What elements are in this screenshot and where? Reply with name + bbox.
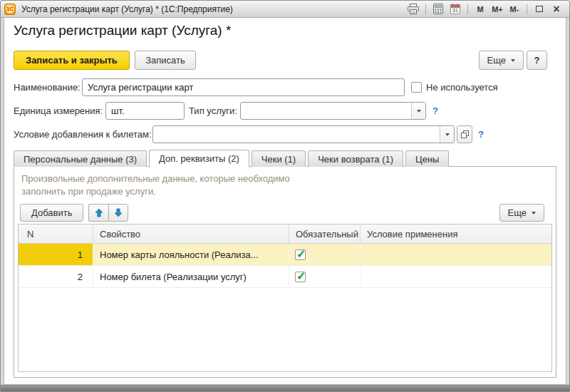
- condition-cell: [361, 266, 551, 287]
- chevron-down-icon: [445, 133, 450, 136]
- titlebar-controls: 31 M M+ M- ×: [405, 2, 569, 16]
- panel-more-label: Еще: [508, 207, 527, 218]
- window-bottom-edge: [1, 385, 569, 391]
- page-title: Услуга регистрации карт (Услуга) *: [14, 23, 231, 38]
- maximize-icon: [536, 6, 543, 12]
- chevron-down-icon: [417, 110, 421, 113]
- panel-more-button[interactable]: Еще: [499, 204, 544, 222]
- calendar-button[interactable]: 31: [447, 2, 463, 16]
- not-used-label: Не используется: [426, 78, 498, 96]
- row-number-cell: 1: [19, 244, 93, 265]
- condition-cell: [361, 244, 551, 265]
- ticket-condition-help-link[interactable]: ?: [478, 125, 484, 143]
- arrow-up-icon: [95, 208, 103, 217]
- form-body: Услуга регистрации карт (Услуга) * Запис…: [4, 18, 566, 385]
- help-button[interactable]: ?: [527, 51, 547, 70]
- service-type-dropdown-button[interactable]: [411, 103, 425, 119]
- tab-additional-attributes[interactable]: Доп. реквизиты (2): [149, 150, 249, 167]
- column-header-property: Свойство: [93, 225, 289, 243]
- titlebar-separator: [527, 4, 527, 14]
- name-input[interactable]: [82, 78, 405, 96]
- ticket-condition-label: Условие добавления к билетам:: [14, 125, 152, 143]
- additional-attributes-panel: Произвольные дополнительные данные, кото…: [14, 166, 556, 378]
- property-cell: Номер билета (Реализации услуг): [93, 266, 289, 287]
- panel-hint: Произвольные дополнительные данные, кото…: [21, 172, 290, 198]
- calculator-button[interactable]: [430, 2, 446, 16]
- property-cell: Номер карты лояльности (Реализа...: [93, 244, 289, 265]
- required-cell: [289, 266, 361, 287]
- close-button[interactable]: ×: [549, 2, 564, 16]
- panel-hint-line2: заполнить при продаже услуги.: [21, 185, 290, 198]
- service-type-help-link[interactable]: ?: [432, 102, 438, 120]
- ticket-condition-dropdown-button[interactable]: [440, 126, 454, 143]
- titlebar-separator: [425, 4, 426, 14]
- table-row[interactable]: 2 Номер билета (Реализации услуг): [19, 266, 551, 288]
- tab-receipts[interactable]: Чеки (1): [252, 150, 306, 167]
- save-button[interactable]: Записать: [135, 51, 196, 70]
- maximize-button[interactable]: [532, 2, 547, 16]
- name-label: Наименование:: [14, 78, 81, 96]
- ticket-condition-combo[interactable]: [152, 125, 455, 143]
- chevron-down-icon: [532, 212, 536, 215]
- memory-m-button[interactable]: M: [472, 2, 488, 16]
- memory-m-plus-button[interactable]: M+: [489, 2, 505, 16]
- close-icon: ×: [553, 4, 559, 15]
- service-type-label: Тип услуги:: [189, 102, 237, 120]
- titlebar-separator: [467, 4, 468, 14]
- more-button[interactable]: Еще: [479, 51, 524, 70]
- more-button-label: Еще: [487, 55, 506, 66]
- add-button[interactable]: Добавить: [20, 204, 83, 222]
- table-header: N Свойство Обязательный Условие применен…: [19, 225, 551, 244]
- chevron-down-icon: [511, 59, 515, 62]
- tab-return-receipts[interactable]: Чеки возврата (1): [308, 150, 403, 167]
- memory-m-minus-button[interactable]: M-: [507, 2, 522, 16]
- required-cell: [289, 244, 361, 265]
- move-buttons-group: [88, 204, 128, 222]
- open-in-window-icon: [461, 130, 469, 138]
- service-type-combo[interactable]: [240, 102, 426, 120]
- 1c-app-icon: 1С: [4, 4, 16, 15]
- unit-input[interactable]: [105, 102, 185, 120]
- arrow-down-icon: [114, 208, 123, 217]
- application-window: 1С Услуга регистрации карт (Услуга) * (1…: [0, 0, 570, 392]
- panel-toolbar: Добавить Еще: [14, 204, 556, 222]
- attributes-table: N Свойство Обязательный Условие применен…: [18, 224, 552, 372]
- panel-hint-line1: Произвольные дополнительные данные, кото…: [21, 172, 290, 185]
- tab-personal-data[interactable]: Персональные данные (3): [14, 150, 147, 167]
- column-header-condition: Условие применения: [361, 225, 551, 243]
- ticket-condition-open-button[interactable]: [457, 125, 472, 143]
- calendar-icon: 31: [450, 4, 460, 14]
- unit-label: Единица измерения:: [14, 102, 103, 120]
- titlebar: 1С Услуга регистрации карт (Услуга) * (1…: [1, 1, 569, 18]
- column-header-required: Обязательный: [289, 225, 361, 243]
- service-type-input[interactable]: [241, 103, 425, 119]
- move-up-button[interactable]: [88, 204, 108, 222]
- row-number-cell: 2: [19, 266, 93, 287]
- required-checkbox[interactable]: [295, 249, 306, 260]
- printer-icon: [407, 4, 420, 14]
- svg-text:31: 31: [452, 8, 458, 13]
- required-checkbox[interactable]: [295, 272, 306, 282]
- print-button[interactable]: [405, 2, 421, 16]
- column-header-n: N: [19, 225, 93, 243]
- tab-prices[interactable]: Цены: [405, 150, 449, 167]
- save-and-close-button[interactable]: Записать и закрыть: [14, 51, 130, 70]
- not-used-checkbox[interactable]: [411, 82, 422, 93]
- calculator-icon: [433, 4, 443, 14]
- table-row[interactable]: 1 Номер карты лояльности (Реализа...: [19, 244, 551, 266]
- tab-strip: Персональные данные (3) Доп. реквизиты (…: [14, 149, 449, 167]
- move-down-button[interactable]: [108, 204, 128, 222]
- ticket-condition-input[interactable]: [153, 126, 454, 143]
- window-title: Услуга регистрации карт (Услуга) * (1С:П…: [21, 4, 233, 14]
- 1c-app-badge: 1С: [6, 5, 14, 14]
